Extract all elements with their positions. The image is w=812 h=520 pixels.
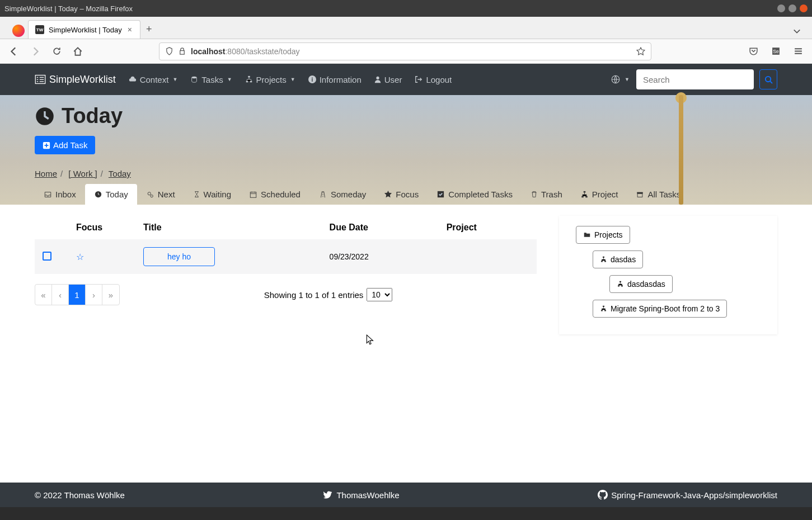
project-item[interactable]: dasdas — [593, 250, 643, 268]
footer-github-link[interactable]: Spring-Framework-Java-Apps/simpleworklis… — [598, 490, 777, 500]
url-text: localhost:8080/taskstate/today — [191, 47, 632, 56]
svg-point-17 — [151, 195, 153, 197]
github-icon — [598, 490, 608, 500]
tab-today[interactable]: Today — [85, 184, 137, 205]
svg-rect-30 — [621, 285, 623, 286]
table-row: ☆ hey ho 09/23/2022 — [35, 239, 537, 274]
tab-all[interactable]: All Tasks — [627, 184, 689, 205]
new-tab-button[interactable]: + — [140, 20, 158, 39]
browser-tab[interactable]: TW SimpleWorklist | Today × — [28, 20, 140, 39]
nav-projects[interactable]: Projects▼ — [239, 70, 301, 89]
svg-rect-24 — [638, 193, 643, 197]
page-prev[interactable]: ‹ — [52, 285, 69, 305]
project-item[interactable]: Migrate Spring-Boot from 2 to 3 — [593, 300, 727, 318]
archive-icon — [636, 191, 644, 198]
nav-language[interactable]: ▼ — [605, 70, 635, 89]
nav-information[interactable]: iInformation — [302, 70, 367, 89]
svg-text:i: i — [311, 77, 313, 83]
add-task-button[interactable]: Add Task — [35, 136, 95, 154]
state-tabs: Inbox Today Next Waiting Scheduled Somed… — [0, 184, 812, 205]
list-icon — [35, 74, 46, 85]
tab-focus[interactable]: Focus — [375, 184, 428, 205]
page-current[interactable]: 1 — [69, 285, 86, 305]
nav-user[interactable]: User — [368, 70, 408, 89]
extension-button[interactable]: Se — [768, 44, 783, 59]
pagination: « ‹ 1 › » — [35, 284, 120, 305]
projects-sidebar: Projects dasdas dasdasdas Migrate Spring… — [559, 216, 777, 334]
window-titlebar: SimpleWorklist | Today – Mozilla Firefox — [0, 0, 812, 17]
window-title: SimpleWorklist | Today – Mozilla Firefox — [4, 4, 777, 13]
tab-close-button[interactable]: × — [126, 25, 133, 34]
page-next[interactable]: › — [86, 285, 102, 305]
entries-text: Showing 1 to 1 of 1 entries — [264, 290, 364, 300]
svg-rect-32 — [601, 310, 603, 311]
globe-icon — [611, 74, 621, 84]
page-last[interactable]: » — [102, 285, 119, 305]
svg-point-12 — [765, 76, 770, 81]
search-icon — [764, 75, 773, 84]
svg-rect-18 — [250, 192, 256, 197]
back-button[interactable] — [7, 44, 21, 59]
tabs-dropdown-button[interactable] — [787, 24, 806, 39]
svg-point-4 — [192, 77, 197, 79]
projects-root-button[interactable]: Projects — [576, 226, 630, 244]
tab-inbox[interactable]: Inbox — [35, 184, 85, 205]
page-first[interactable]: « — [35, 285, 52, 305]
browser-tabbar: TW SimpleWorklist | Today × + — [0, 17, 812, 39]
window-close-button[interactable] — [800, 4, 808, 12]
page-size-select[interactable]: 10 — [367, 288, 392, 301]
logout-icon — [414, 75, 423, 83]
tab-someday[interactable]: Someday — [309, 184, 375, 205]
bookmark-star-icon[interactable] — [636, 47, 645, 56]
reload-button[interactable] — [49, 44, 64, 59]
tab-scheduled[interactable]: Scheduled — [240, 184, 309, 205]
breadcrumb-current[interactable]: Today — [109, 169, 131, 178]
svg-rect-28 — [619, 281, 621, 282]
col-due: Due Date — [322, 216, 439, 239]
tab-project[interactable]: Project — [571, 184, 627, 205]
clock-icon — [35, 106, 55, 126]
window-minimize-button[interactable] — [777, 4, 785, 12]
breadcrumb-home[interactable]: Home — [35, 169, 57, 178]
tab-completed[interactable]: Completed Tasks — [428, 184, 522, 205]
page-header: Today Add Task Home/ [ Work ]/ Today Inb… — [0, 95, 812, 205]
search-input[interactable]: Search — [636, 69, 754, 89]
twitter-icon — [323, 490, 333, 499]
svg-rect-29 — [618, 285, 619, 286]
window-maximize-button[interactable] — [788, 4, 796, 12]
cloud-icon — [128, 75, 137, 83]
svg-rect-6 — [246, 81, 248, 83]
tab-next[interactable]: Next — [137, 184, 184, 205]
trash-icon — [531, 190, 538, 198]
project-item[interactable]: dasdasdas — [609, 275, 673, 293]
user-icon — [374, 75, 382, 84]
pocket-button[interactable] — [746, 44, 761, 59]
tab-trash[interactable]: Trash — [522, 184, 571, 205]
hamburger-menu-button[interactable] — [791, 44, 805, 59]
breadcrumb-context[interactable]: [ Work ] — [68, 169, 97, 178]
footer-twitter-link[interactable]: ThomasWoehlke — [323, 490, 399, 500]
forward-button[interactable] — [28, 44, 43, 59]
footer-copyright: © 2022 Thomas Wöhlke — [35, 490, 125, 500]
nav-context[interactable]: Context▼ — [123, 70, 184, 89]
home-button[interactable] — [71, 44, 85, 59]
task-checkbox[interactable] — [43, 252, 51, 261]
plus-icon — [43, 141, 50, 149]
svg-rect-33 — [604, 310, 606, 311]
tab-title: SimpleWorklist | Today — [49, 26, 122, 34]
svg-rect-0 — [180, 51, 185, 55]
brand[interactable]: SimpleWorklist — [35, 74, 116, 86]
nav-logout[interactable]: Logout — [409, 70, 457, 89]
svg-rect-5 — [248, 76, 250, 78]
svg-rect-22 — [585, 196, 588, 197]
url-bar[interactable]: localhost:8080/taskstate/today — [159, 42, 651, 60]
search-button[interactable] — [759, 69, 777, 89]
svg-point-10 — [376, 77, 379, 79]
nav-tasks[interactable]: Tasks▼ — [184, 70, 237, 89]
calendar-icon — [249, 191, 257, 198]
tab-waiting[interactable]: Waiting — [184, 184, 240, 205]
focus-star-icon[interactable]: ☆ — [76, 252, 84, 262]
browser-navbar: localhost:8080/taskstate/today Se — [0, 39, 812, 64]
task-title-link[interactable]: hey ho — [143, 247, 215, 266]
svg-rect-25 — [603, 257, 604, 258]
